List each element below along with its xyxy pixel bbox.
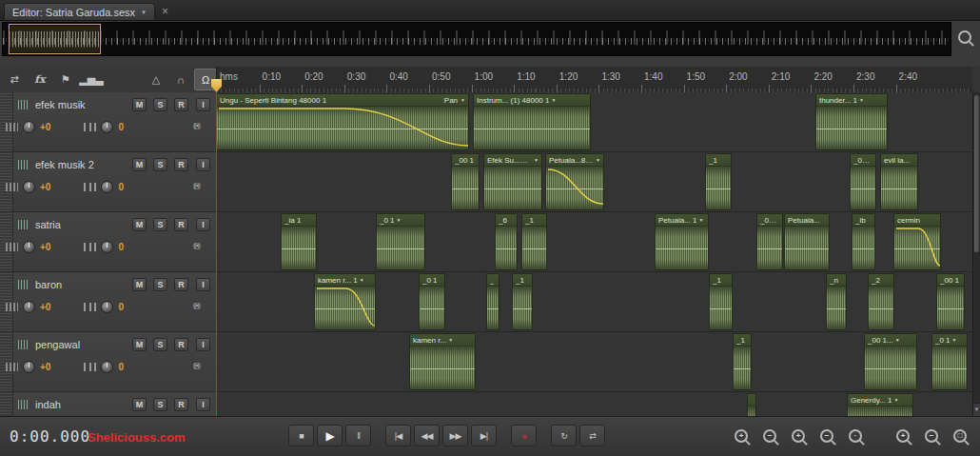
- zoom-out-time-button[interactable]: −: [759, 426, 780, 446]
- audio-clip-generdy-1[interactable]: Generdy... 1▼: [847, 393, 913, 416]
- zoom-out-amplitude-button[interactable]: −: [816, 426, 837, 446]
- volume-knob[interactable]: [23, 301, 35, 313]
- audio-clip-petuala-8000-1[interactable]: Petuala...8000 1▼: [545, 153, 604, 210]
- clip-dropdown-icon[interactable]: ▼: [448, 337, 453, 343]
- audio-clip-00-1[interactable]: _00 1: [850, 153, 876, 210]
- track-name[interactable]: efek musik: [35, 99, 86, 110]
- mute-button[interactable]: M: [132, 158, 147, 171]
- volume-knob[interactable]: [23, 121, 35, 133]
- clip-dropdown-icon[interactable]: ▼: [534, 157, 539, 163]
- overview-navigator[interactable]: [2, 22, 951, 56]
- clip-dropdown-icon[interactable]: ▼: [397, 217, 402, 223]
- audio-clip-1[interactable]: _1: [512, 273, 533, 330]
- audio-clip-n[interactable]: _n: [826, 273, 847, 330]
- clip-dropdown-icon[interactable]: ▼: [952, 337, 957, 343]
- mute-button[interactable]: M: [132, 338, 147, 351]
- audio-clip-cermin[interactable]: cermin: [893, 213, 941, 270]
- audio-clip-evil-la[interactable]: evil la...: [880, 153, 918, 210]
- vertical-scrollbar[interactable]: ▼: [972, 92, 980, 416]
- audio-clip-0-1[interactable]: _0 1▼: [931, 333, 968, 390]
- pause-button[interactable]: ‖: [345, 425, 371, 446]
- audio-clip-00-1[interactable]: _00 1: [936, 273, 965, 330]
- audio-clip-00-1[interactable]: _00 1: [451, 153, 480, 210]
- input-output-button[interactable]: I: [196, 98, 210, 111]
- input-output-button[interactable]: I: [196, 338, 210, 351]
- metronome-button[interactable]: △: [145, 69, 167, 90]
- input-output-button[interactable]: I: [196, 158, 210, 171]
- volume-knob[interactable]: [23, 181, 35, 193]
- zoom-to-selection-button[interactable]: □: [950, 426, 970, 446]
- track-name[interactable]: baron: [35, 279, 62, 290]
- audio-clip-ib[interactable]: _ib: [852, 213, 875, 270]
- stop-button[interactable]: ■: [288, 425, 314, 446]
- monitor-input-icon[interactable]: ((•)): [193, 122, 200, 129]
- record-arm-button[interactable]: R: [174, 218, 188, 231]
- record-arm-button[interactable]: R: [174, 278, 188, 291]
- mixer-button[interactable]: ▂▅▃: [80, 69, 103, 90]
- volume-knob[interactable]: [23, 361, 35, 373]
- track-name[interactable]: pengawal: [35, 339, 80, 350]
- monitor-input-icon[interactable]: ((•)): [193, 302, 200, 308]
- track-drag-handle[interactable]: [0, 392, 13, 416]
- move-to-previous-button[interactable]: |◀: [385, 425, 411, 446]
- monitor-input-icon[interactable]: ((•)): [193, 242, 200, 248]
- solo-button[interactable]: S: [153, 218, 167, 231]
- pan-knob[interactable]: [101, 361, 113, 373]
- effects-rack-button[interactable]: fx: [29, 69, 51, 90]
- rewind-button[interactable]: ◀◀: [414, 425, 440, 446]
- mute-button[interactable]: M: [132, 218, 147, 231]
- zoom-in-time-button[interactable]: +: [731, 426, 752, 446]
- scroll-down-arrow-icon[interactable]: ▼: [973, 403, 980, 416]
- monitor-input-icon[interactable]: ((•)): [193, 182, 200, 188]
- audio-clip-petuala[interactable]: Petuala...: [784, 213, 830, 270]
- audio-clip-ungu-seperti-bintang-48000-1[interactable]: Ungu - Seperti Bintang 48000 1Pan▼: [216, 93, 469, 150]
- timeline-lanes[interactable]: Ungu - Seperti Bintang 48000 1Pan▼Instru…: [216, 92, 972, 416]
- tab-dropdown-icon[interactable]: ▼: [141, 10, 147, 15]
- pan-knob[interactable]: [101, 121, 113, 133]
- track-lane-efek-musik[interactable]: Ungu - Seperti Bintang 48000 1Pan▼Instru…: [216, 92, 972, 152]
- editor-tab[interactable]: Editor: Satria Garuda.sesx ▼: [4, 3, 155, 20]
- track-name[interactable]: indah: [35, 399, 61, 410]
- mute-button[interactable]: M: [132, 98, 147, 111]
- clip-dropdown-icon[interactable]: ▼: [893, 397, 898, 403]
- track-lane-pengawal[interactable]: kamen r...▼_1_00 1...▼_0 1▼: [216, 332, 972, 392]
- audio-clip-kamen-r[interactable]: kamen r...▼: [409, 333, 476, 390]
- track-name[interactable]: efek musik 2: [35, 159, 94, 170]
- overview-viewbox[interactable]: [9, 24, 101, 54]
- clip-dropdown-icon[interactable]: ▼: [596, 157, 600, 163]
- audio-clip-1[interactable]: _1: [709, 273, 733, 330]
- solo-button[interactable]: S: [153, 98, 167, 111]
- audio-clip-00-1[interactable]: _00 1...▼: [864, 333, 917, 390]
- clip-dropdown-icon[interactable]: ▼: [895, 337, 900, 343]
- zoom-to-in-point-button[interactable]: +: [892, 426, 913, 446]
- track-lane-efek-musik-2[interactable]: _00 1Efek Su...48000 1▼Petuala...8000 1▼…: [216, 152, 972, 212]
- input-output-button[interactable]: I: [196, 398, 210, 411]
- solo-button[interactable]: S: [153, 338, 167, 351]
- volume-knob[interactable]: [23, 241, 35, 253]
- zoom-reset-button[interactable]: ·: [845, 426, 866, 446]
- solo-button[interactable]: S: [153, 158, 167, 171]
- fast-forward-button[interactable]: ▶▶: [442, 425, 468, 446]
- audio-clip-2[interactable]: _2: [868, 273, 894, 330]
- overview-zoom-icon[interactable]: [956, 29, 973, 46]
- track-lane-satria[interactable]: _ia 1_0 1▼_6_1Petuala... 1▼_00 1Petuala.…: [216, 212, 972, 272]
- input-output-button[interactable]: I: [196, 278, 210, 291]
- audio-clip-thunder-1[interactable]: thunder... 1▼: [815, 93, 888, 150]
- scrollbar-thumb[interactable]: [974, 95, 979, 252]
- audio-clip-petuala-1[interactable]: Petuala... 1▼: [655, 213, 709, 270]
- mute-button[interactable]: M: [132, 398, 147, 411]
- input-output-button[interactable]: I: [196, 218, 210, 231]
- audio-clip-instrum-1-48000-1[interactable]: Instrum... (1) 48000 1▼: [473, 93, 591, 150]
- audio-clip-1[interactable]: _1: [521, 213, 547, 270]
- pan-knob[interactable]: [101, 301, 113, 313]
- audio-clip-kamen-r-1[interactable]: kamen r... 1▼: [314, 273, 376, 330]
- solo-button[interactable]: S: [153, 278, 167, 291]
- snapping-button[interactable]: ∩: [169, 69, 192, 90]
- pan-knob[interactable]: [101, 241, 113, 253]
- monitor-input-icon[interactable]: ((•)): [193, 362, 200, 368]
- move-tool-button[interactable]: ⇄: [3, 69, 26, 90]
- clip-dropdown-icon[interactable]: ▼: [551, 97, 556, 103]
- mute-button[interactable]: M: [132, 278, 147, 291]
- record-arm-button[interactable]: R: [174, 398, 188, 411]
- track-lane-indah[interactable]: Generdy... 1▼: [216, 392, 972, 416]
